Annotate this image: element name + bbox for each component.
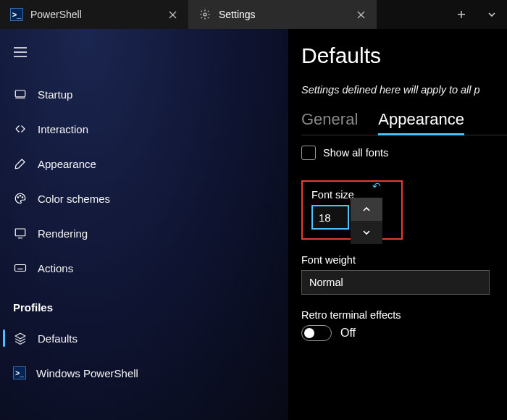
reset-icon[interactable]: ↶	[372, 180, 381, 192]
settings-sidebar: Startup Interaction Appearance Color sch…	[0, 29, 288, 420]
svg-point-0	[204, 13, 206, 16]
keyboard-icon	[13, 261, 28, 275]
nav-label: Windows PowerShell	[36, 367, 138, 379]
svg-point-3	[20, 196, 21, 197]
font-size-input[interactable]	[311, 205, 349, 230]
tab-powershell[interactable]: >_ PowerShell	[0, 0, 188, 29]
powershell-icon: >_	[10, 8, 23, 21]
nav-item-interaction[interactable]: Interaction	[0, 112, 288, 146]
retro-effects-state: Off	[340, 327, 356, 340]
nav-label: Defaults	[38, 332, 77, 345]
font-size-highlight: ↶ Font size	[301, 180, 403, 240]
startup-icon	[13, 87, 28, 101]
interaction-icon	[13, 122, 28, 136]
svg-point-2	[17, 197, 19, 198]
nav-label: Color schemes	[38, 193, 110, 205]
gear-icon	[198, 8, 211, 21]
close-icon[interactable]	[167, 9, 178, 20]
nav-label: Rendering	[38, 227, 88, 240]
hamburger-button[interactable]	[6, 38, 35, 67]
tab-label: PowerShell	[30, 9, 159, 20]
content-panel: Defaults Settings defined here will appl…	[288, 29, 507, 420]
nav-item-rendering[interactable]: Rendering	[0, 216, 288, 251]
retro-effects-toggle[interactable]	[301, 325, 332, 341]
svg-point-4	[22, 197, 23, 198]
app-window: >_ PowerShell Settings	[0, 0, 507, 420]
font-size-block: ↶ Font size	[301, 180, 507, 240]
palette-icon	[13, 191, 28, 206]
svg-rect-5	[15, 229, 25, 236]
close-icon[interactable]	[355, 9, 366, 20]
show-all-fonts-row: Show all fonts	[301, 146, 507, 160]
font-weight-label: Font weight	[301, 254, 507, 266]
subtab-general[interactable]: General	[301, 107, 358, 135]
page-description: Settings defined here will apply to all …	[301, 84, 507, 96]
title-tabbar: >_ PowerShell Settings	[0, 0, 507, 29]
tab-label: Settings	[219, 9, 348, 20]
nav-item-actions[interactable]: Actions	[0, 251, 288, 285]
powershell-icon: >_	[13, 366, 26, 379]
font-weight-select[interactable]	[301, 270, 490, 295]
tab-dropdown-button[interactable]	[477, 0, 507, 29]
layers-icon	[13, 331, 28, 345]
profile-item-windows-powershell[interactable]: >_ Windows PowerShell	[0, 356, 288, 390]
nav-label: Startup	[38, 88, 72, 101]
new-tab-button[interactable]	[446, 0, 477, 29]
window-buttons	[446, 0, 507, 29]
nav-item-startup[interactable]: Startup	[0, 77, 288, 112]
nav-item-appearance[interactable]: Appearance	[0, 146, 288, 181]
show-all-fonts-checkbox[interactable]	[301, 146, 316, 160]
page-title: Defaults	[301, 43, 507, 68]
spinner-down-button[interactable]	[351, 221, 382, 244]
retro-effects-block: Retro terminal effects Off	[301, 309, 507, 341]
brush-icon	[13, 156, 28, 171]
app-body: Startup Interaction Appearance Color sch…	[0, 29, 507, 420]
spinner-up-button[interactable]	[351, 198, 382, 221]
profiles-header: Profiles	[0, 285, 288, 321]
font-size-spinner	[351, 198, 382, 244]
monitor-icon	[13, 226, 28, 240]
nav-label: Appearance	[38, 158, 96, 170]
profiles-list: Defaults >_ Windows PowerShell	[0, 321, 288, 390]
font-weight-block: Font weight	[301, 254, 507, 295]
retro-effects-label: Retro terminal effects	[301, 309, 507, 321]
nav-list: Startup Interaction Appearance Color sch…	[0, 77, 288, 285]
svg-rect-6	[15, 265, 26, 272]
svg-rect-1	[15, 91, 25, 97]
subtab-bar: General Appearance	[301, 107, 507, 135]
profile-item-defaults[interactable]: Defaults	[0, 321, 288, 356]
nav-label: Actions	[38, 262, 73, 274]
tab-settings[interactable]: Settings	[188, 0, 377, 29]
nav-item-color-schemes[interactable]: Color schemes	[0, 181, 288, 216]
show-all-fonts-label: Show all fonts	[323, 147, 388, 159]
subtab-appearance[interactable]: Appearance	[378, 107, 464, 135]
nav-label: Interaction	[38, 123, 88, 135]
